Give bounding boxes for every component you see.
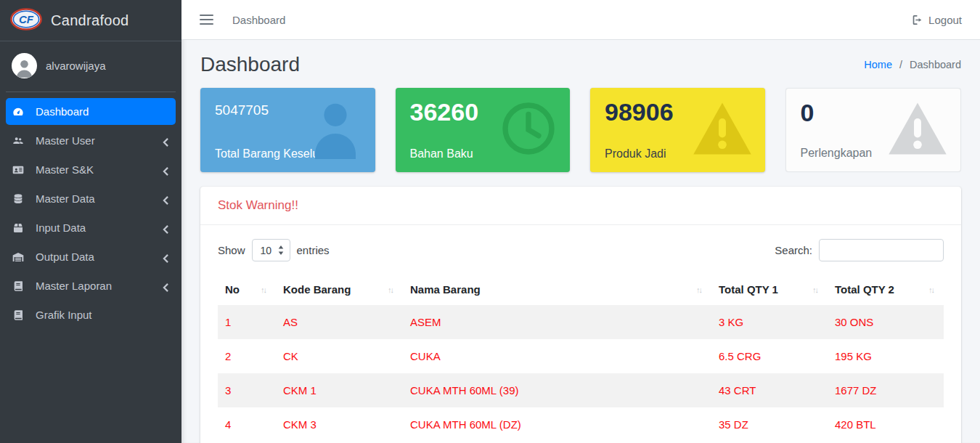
sort-icon: ↑↓ — [696, 285, 704, 294]
search-input[interactable] — [819, 239, 944, 261]
sidebar-item-master-laporan[interactable]: Master Laporan — [6, 272, 176, 299]
warning-icon — [886, 100, 949, 160]
sidebar-item-output-data[interactable]: Output Data — [6, 243, 176, 270]
top-navbar: Dashboard Logout — [181, 0, 980, 40]
sidebar-item-master-sk[interactable]: Master S&K — [6, 156, 176, 183]
cell-kode: CKM 1 — [276, 373, 403, 407]
table-row: 4 CKM 3 CUKA MTH 60ML (DZ) 35 DZ 420 BTL — [218, 407, 944, 442]
breadcrumb-current: Dashboard — [910, 59, 961, 70]
cell-qty2: 195 KG — [828, 339, 944, 373]
stok-warning-body: Show 10 entries Search: — [200, 225, 961, 443]
chevron-left-icon — [163, 166, 170, 174]
id-card-icon — [12, 163, 28, 176]
column-header-no[interactable]: No↑↓ — [218, 274, 276, 305]
logout-button[interactable]: Logout — [911, 14, 962, 26]
stat-card-produk-jadi: 98906 Produk Jadi — [590, 88, 765, 172]
stok-warning-title: Stok Warning!! — [218, 198, 298, 212]
breadcrumb-separator: / — [899, 59, 902, 70]
column-header-total-qty-2[interactable]: Total QTY 2↑↓ — [828, 274, 944, 305]
sidebar-item-grafik-input[interactable]: Grafik Input — [6, 301, 176, 328]
sidebar-item-label: Master Laporan — [36, 280, 163, 292]
table-row: 1 AS ASEM 3 KG 30 ONS — [218, 305, 944, 339]
sidebar-nav: Dashboard Master User Master S&K — [0, 92, 181, 336]
cell-nama: CUKA MTH 60ML (DZ) — [403, 407, 711, 442]
cell-nama: CUKA — [403, 339, 711, 373]
book-icon — [12, 309, 28, 321]
navbar-dashboard-link[interactable]: Dashboard — [232, 14, 285, 26]
cell-kode: CKM 3 — [276, 407, 403, 442]
chevron-left-icon — [163, 224, 170, 232]
clock-icon — [499, 99, 558, 161]
cell-qty1: 35 DZ — [711, 407, 828, 442]
column-header-nama-barang[interactable]: Nama Barang↑↓ — [403, 274, 711, 305]
table-row: 2 CK CUKA 6.5 CRG 195 KG — [218, 339, 944, 373]
page-size-value: 10 — [261, 245, 272, 256]
brand[interactable]: CF Candrafood — [0, 0, 181, 41]
column-header-kode-barang[interactable]: Kode Barang↑↓ — [276, 274, 403, 305]
cell-qty1: 43 CRT — [711, 373, 828, 407]
sidebar: CF Candrafood alvarowijaya Dashboard — [0, 0, 181, 443]
user-name: alvarowijaya — [46, 60, 106, 72]
menu-icon[interactable] — [200, 15, 213, 25]
stat-cards-row: 5047705 Total Barang Keseluruhan 36260 B… — [181, 88, 980, 172]
avatar — [12, 53, 37, 78]
cell-no: 3 — [218, 373, 276, 407]
sidebar-item-label: Master User — [36, 134, 163, 147]
cell-nama: CUKA MTH 60ML (39) — [403, 373, 711, 407]
sidebar-item-master-data[interactable]: Master Data — [6, 185, 176, 212]
svg-text:CF: CF — [19, 13, 34, 25]
stat-card-perlengkapan: 0 Perlengkapan — [785, 88, 962, 172]
cell-kode: CK — [276, 339, 403, 373]
database-icon — [12, 192, 28, 205]
select-arrows-icon — [278, 245, 284, 255]
chevron-left-icon — [163, 137, 170, 145]
brand-name: Candrafood — [51, 12, 129, 29]
user-panel[interactable]: alvarowijaya — [0, 41, 181, 92]
app-window: CF Candrafood alvarowijaya Dashboard — [0, 0, 980, 443]
entries-label: entries — [297, 244, 330, 256]
sidebar-item-master-user[interactable]: Master User — [6, 127, 176, 154]
breadcrumb: Home / Dashboard — [864, 59, 961, 70]
main-area: Dashboard Logout Dashboard Home / Dashbo… — [181, 0, 980, 443]
sort-icon: ↑↓ — [261, 285, 269, 294]
users-icon — [12, 134, 28, 147]
content-header: Dashboard Home / Dashboard — [181, 40, 980, 88]
chevron-left-icon — [163, 282, 170, 290]
table-row: 3 CKM 1 CUKA MTH 60ML (39) 43 CRT 1677 D… — [218, 373, 944, 407]
sidebar-item-label: Master Data — [36, 192, 163, 205]
column-header-total-qty-1[interactable]: Total QTY 1↑↓ — [711, 274, 828, 305]
cell-nama: ASEM — [403, 305, 711, 339]
stok-warning-card: Stok Warning!! Show 10 entries — [200, 187, 961, 443]
warehouse-icon — [12, 251, 28, 263]
cell-no: 2 — [218, 339, 276, 373]
cell-qty1: 3 KG — [711, 305, 828, 339]
stat-card-total-barang: 5047705 Total Barang Keseluruhan — [200, 88, 375, 172]
sidebar-item-label: Master S&K — [36, 163, 163, 176]
sign-out-icon — [911, 14, 923, 26]
cell-qty2: 1677 DZ — [828, 373, 944, 407]
search-group: Search: — [775, 239, 944, 261]
sort-icon: ↑↓ — [812, 285, 820, 294]
sidebar-item-label: Dashboard — [36, 105, 170, 118]
page-size-select[interactable]: 10 — [252, 239, 290, 261]
sidebar-item-label: Input Data — [36, 222, 163, 234]
search-label: Search: — [775, 244, 812, 256]
user-icon — [307, 98, 364, 162]
content: Dashboard Home / Dashboard 5047705 Total… — [181, 40, 980, 443]
candrafood-logo-icon: CF — [10, 8, 42, 33]
sidebar-item-input-data[interactable]: Input Data — [6, 214, 176, 241]
stok-warning-table: No↑↓ Kode Barang↑↓ Nama Barang↑↓ Total Q… — [218, 274, 944, 442]
cell-no: 4 — [218, 407, 276, 442]
cell-no: 1 — [218, 305, 276, 339]
show-label: Show — [218, 244, 245, 256]
cell-qty1: 6.5 CRG — [711, 339, 828, 373]
page-title: Dashboard — [200, 53, 300, 76]
gauge-icon — [12, 105, 28, 118]
sidebar-item-label: Grafik Input — [36, 309, 170, 321]
cell-qty2: 420 BTL — [828, 407, 944, 442]
sidebar-item-dashboard[interactable]: Dashboard — [6, 98, 176, 125]
stok-warning-header: Stok Warning!! — [200, 187, 961, 225]
warning-icon — [691, 100, 754, 160]
chevron-left-icon — [163, 195, 170, 203]
breadcrumb-home-link[interactable]: Home — [864, 59, 892, 70]
